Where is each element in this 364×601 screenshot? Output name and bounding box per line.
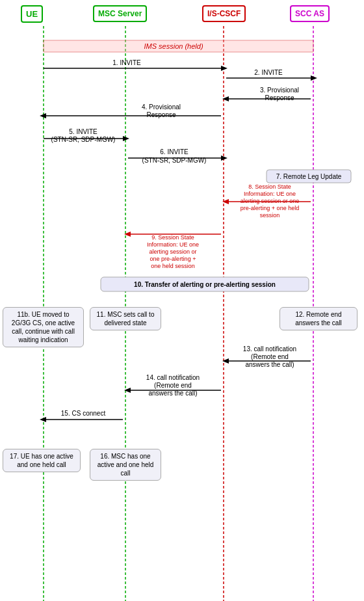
- svg-text:(STN-SR, SDP-MGW): (STN-SR, SDP-MGW): [142, 157, 207, 164]
- svg-text:Information: UE one: Information: UE one: [147, 241, 199, 248]
- svg-text:8. Session State: 8. Session State: [248, 183, 291, 190]
- svg-text:(Remote end: (Remote end: [251, 353, 289, 360]
- note-16: 16. MSC has one active and one held call: [90, 449, 161, 481]
- svg-text:9. Session State: 9. Session State: [151, 234, 194, 241]
- svg-marker-55: [40, 417, 46, 422]
- diagram-svg: IMS session (held) 1. INVITE 2. INVITE 3…: [0, 0, 364, 601]
- svg-text:15. CS connect: 15. CS connect: [61, 410, 106, 417]
- svg-rect-42: [101, 277, 309, 291]
- actor-iscscf: I/S-CSCF: [202, 5, 246, 22]
- sequence-diagram: IMS session (held) 1. INVITE 2. INVITE 3…: [0, 0, 364, 601]
- svg-marker-21: [123, 136, 129, 141]
- svg-text:Response: Response: [146, 111, 176, 118]
- svg-text:14. call notification: 14. call notification: [146, 374, 200, 381]
- svg-marker-45: [222, 358, 229, 364]
- svg-rect-57: [266, 170, 351, 183]
- svg-text:5. INVITE: 5. INVITE: [69, 128, 98, 135]
- note-11b: 11b. UE moved to 2G/3G CS, one active ca…: [3, 307, 84, 347]
- svg-rect-4: [44, 40, 313, 52]
- svg-marker-50: [124, 388, 131, 393]
- svg-marker-36: [124, 232, 131, 237]
- svg-marker-13: [222, 96, 229, 101]
- svg-text:one held session: one held session: [151, 263, 195, 269]
- svg-text:one pre-alerting +: one pre-alerting +: [150, 256, 196, 262]
- svg-text:alerting session or one: alerting session or one: [240, 198, 300, 204]
- svg-text:Response: Response: [265, 94, 294, 101]
- actor-msc: MSC Server: [93, 5, 147, 22]
- svg-text:answers the call): answers the call): [148, 390, 197, 397]
- svg-marker-17: [40, 113, 46, 118]
- svg-marker-29: [222, 199, 229, 204]
- svg-marker-25: [221, 155, 228, 161]
- svg-text:alerting session or: alerting session or: [149, 248, 196, 255]
- svg-text:2. INVITE: 2. INVITE: [254, 69, 283, 76]
- svg-text:session: session: [260, 212, 280, 219]
- actor-ue: UE: [21, 5, 43, 23]
- svg-text:6. INVITE: 6. INVITE: [160, 148, 188, 155]
- svg-text:answers the call): answers the call): [245, 361, 294, 368]
- svg-marker-7: [221, 66, 228, 71]
- svg-text:13. call notification: 13. call notification: [243, 345, 296, 353]
- note-12: 12. Remote end answers the call: [280, 307, 358, 330]
- svg-text:pre-alerting + one held: pre-alerting + one held: [240, 205, 299, 211]
- actor-sccas: SCC AS: [290, 5, 330, 22]
- svg-text:10. Transfer of alerting or pr: 10. Transfer of alerting or pre-alerting…: [134, 281, 276, 288]
- svg-text:Information: UE one: Information: UE one: [244, 191, 296, 197]
- svg-text:(STN-SR, SDP-MGW): (STN-SR, SDP-MGW): [51, 136, 116, 143]
- svg-text:1. INVITE: 1. INVITE: [112, 59, 141, 66]
- note-11: 11. MSC sets call to delivered state: [90, 307, 161, 330]
- svg-text:(Remote end: (Remote end: [154, 382, 192, 389]
- svg-text:IMS session (held): IMS session (held): [144, 42, 203, 50]
- svg-marker-10: [311, 75, 317, 81]
- note-17: 17. UE has one active and one held call: [3, 449, 81, 472]
- svg-text:3. Provisional: 3. Provisional: [260, 87, 299, 94]
- svg-text:7. Remote Leg Update: 7. Remote Leg Update: [276, 173, 342, 180]
- svg-text:4. Provisional: 4. Provisional: [142, 103, 181, 111]
